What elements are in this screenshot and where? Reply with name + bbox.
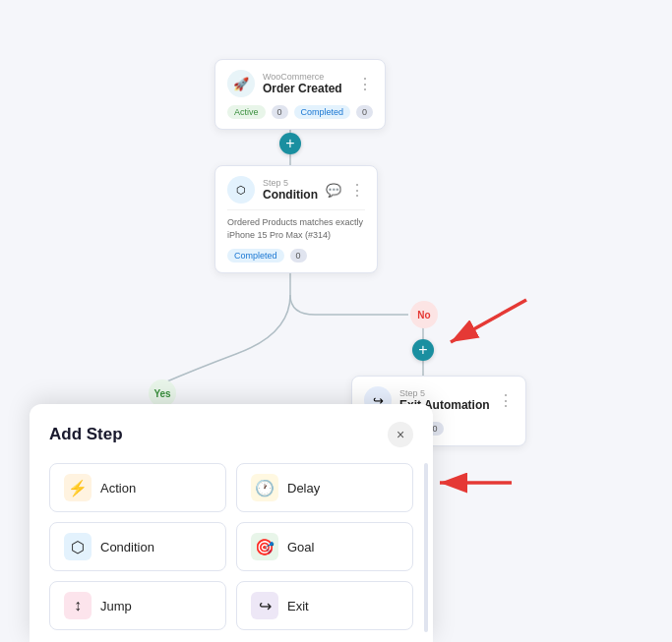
- red-arrow-modal: [428, 453, 517, 512]
- comment-icon[interactable]: 💬: [326, 183, 341, 198]
- add-step-modal: Add Step × ⚡ Action 🕐 Delay ⬡ Condition …: [30, 404, 433, 642]
- step-condition-icon: ⬡: [64, 533, 92, 560]
- trigger-completed-count: 0: [356, 105, 373, 119]
- add-step-btn-1[interactable]: +: [279, 133, 301, 154]
- condition-node: ⬡ Step 5 Condition 💬 ⋮ Ordered Products …: [214, 165, 378, 273]
- red-arrow-1: [433, 285, 531, 364]
- condition-detail-line1: Ordered Products matches exactly: [227, 216, 365, 229]
- delay-icon: 🕐: [251, 474, 278, 501]
- goal-label: Goal: [287, 540, 314, 554]
- condition-completed-count: 0: [290, 249, 307, 263]
- action-icon: ⚡: [64, 474, 92, 501]
- trigger-active-count: 0: [272, 105, 288, 119]
- step-grid: ⚡ Action 🕐 Delay ⬡ Condition 🎯 Goal ↕ Ju…: [49, 463, 413, 630]
- no-label-bubble: No: [410, 301, 438, 328]
- trigger-menu-icon[interactable]: ⋮: [357, 75, 373, 93]
- condition-completed-badge: Completed: [227, 249, 284, 263]
- jump-icon: ↕: [64, 592, 92, 619]
- step-jump-button[interactable]: ↕ Jump: [49, 581, 226, 630]
- trigger-completed-badge: Completed: [294, 105, 351, 119]
- step-delay-button[interactable]: 🕐 Delay: [236, 463, 413, 512]
- step-condition-label: Condition: [100, 540, 154, 554]
- trigger-node: 🚀 WooCommerce Order Created ⋮ Active 0 C…: [214, 59, 386, 130]
- modal-title: Add Step: [49, 425, 123, 444]
- modal-close-button[interactable]: ×: [388, 422, 413, 447]
- exit-label: Exit: [287, 599, 309, 613]
- exit-menu-icon[interactable]: ⋮: [498, 391, 514, 410]
- action-label: Action: [100, 481, 136, 496]
- trigger-title: Order Created: [263, 82, 349, 95]
- add-step-btn-2[interactable]: +: [412, 339, 434, 361]
- workflow-canvas: 🚀 WooCommerce Order Created ⋮ Active 0 C…: [0, 0, 672, 452]
- condition-subtitle: Step 5: [263, 178, 318, 188]
- step-goal-button[interactable]: 🎯 Goal: [236, 522, 413, 571]
- condition-detail-line2: iPhone 15 Pro Max (#314): [227, 229, 365, 242]
- goal-icon: 🎯: [251, 533, 278, 560]
- jump-label: Jump: [100, 599, 132, 613]
- step-exit-icon: ↪: [251, 592, 278, 619]
- trigger-active-badge: Active: [227, 105, 266, 119]
- step-exit-button[interactable]: ↪ Exit: [236, 581, 413, 630]
- condition-icon: ⬡: [227, 176, 255, 204]
- yes-label-bubble: Yes: [149, 379, 176, 407]
- step-condition-button[interactable]: ⬡ Condition: [49, 522, 226, 571]
- delay-label: Delay: [287, 481, 320, 496]
- condition-title: Condition: [263, 188, 318, 202]
- condition-detail: Ordered Products matches exactly iPhone …: [227, 209, 365, 241]
- modal-scrollbar[interactable]: [424, 463, 428, 632]
- exit-subtitle: Step 5: [399, 388, 490, 398]
- svg-line-8: [451, 300, 526, 342]
- condition-menu-icon[interactable]: ⋮: [349, 181, 365, 200]
- trigger-icon: 🚀: [227, 70, 255, 97]
- step-action-button[interactable]: ⚡ Action: [49, 463, 226, 512]
- trigger-subtitle: WooCommerce: [263, 72, 349, 82]
